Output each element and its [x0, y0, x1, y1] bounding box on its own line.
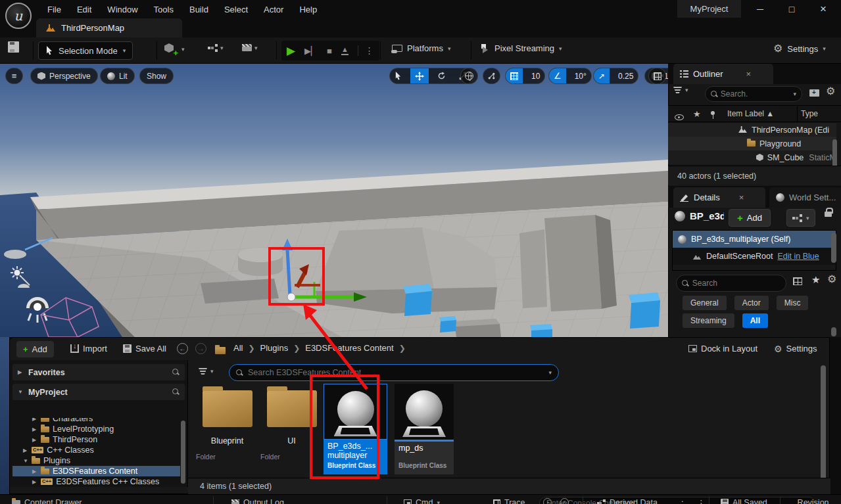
myproject-section[interactable]: ▼ MyProject	[12, 384, 185, 400]
settings-dropdown[interactable]: ⚙ Settings ▾	[773, 43, 826, 54]
breadcrumb-all[interactable]: All	[233, 343, 243, 353]
all-saved-button[interactable]: All Saved	[721, 498, 767, 504]
column-type[interactable]: Type	[801, 109, 818, 118]
breadcrumb-plugins[interactable]: Plugins	[260, 343, 289, 353]
tree-item-characters[interactable]: ▶ Characters	[12, 418, 180, 424]
rotation-snap-value[interactable]: 10°	[570, 72, 591, 81]
scale-snap-value[interactable]: 0.25	[613, 72, 638, 81]
outliner-row-sm-cube[interactable]: SM_Cube StaticM	[668, 150, 836, 164]
filter-general[interactable]: General	[683, 296, 727, 310]
selection-mode-dropdown[interactable]: Selection Mode ▾	[38, 41, 133, 60]
forward-button[interactable]: →	[195, 343, 206, 354]
platforms-dropdown[interactable]: Platforms ▾	[392, 43, 450, 53]
blueprints-dropdown[interactable]: ▾	[208, 44, 224, 52]
filter-misc[interactable]: Misc	[777, 296, 809, 310]
tree-item-e3dsfeatures-content[interactable]: ▶ E3DSFeatures Content	[12, 466, 180, 476]
status-kebab-icon[interactable]: ⋮	[697, 498, 706, 504]
menu-build[interactable]: Build	[181, 0, 216, 18]
world-space-toggle[interactable]	[460, 68, 478, 84]
play-icon[interactable]: ▶	[287, 45, 295, 57]
content-search-input[interactable]	[248, 368, 544, 377]
asset-tile-bp-e3ds-multiplayer[interactable]: BP_e3ds_... multiplayer Blueprint Class	[324, 384, 387, 474]
visibility-column-eye-icon[interactable]	[675, 114, 684, 120]
filter-all[interactable]: All	[742, 313, 768, 328]
content-filter-button[interactable]: ▾	[199, 368, 214, 375]
close-button[interactable]: ×	[813, 0, 833, 18]
filter-streaming[interactable]: Streaming	[683, 313, 734, 328]
select-tool-button[interactable]	[390, 68, 406, 83]
trace-button[interactable]: Trace	[493, 498, 525, 504]
outliner-row-playground[interactable]: Playground	[668, 137, 836, 150]
viewport[interactable]: ≡ Perspective Lit Show	[0, 64, 668, 337]
search-icon[interactable]	[172, 388, 180, 396]
rotate-tool-button[interactable]	[433, 68, 450, 83]
surface-snapping-button[interactable]	[483, 68, 500, 84]
perspective-dropdown[interactable]: Perspective	[30, 68, 98, 84]
menu-file[interactable]: File	[39, 0, 69, 18]
outliner-settings-gear-icon[interactable]: ⚙	[826, 86, 835, 97]
maximize-button[interactable]: □	[782, 0, 802, 18]
details-search-input[interactable]	[692, 279, 781, 288]
pixel-streaming-dropdown[interactable]: Pixel Streaming ▾	[481, 43, 562, 53]
tree-item-levelprototyping[interactable]: ▶ LevelPrototyping	[12, 424, 180, 434]
outliner-scrollbar[interactable]	[832, 139, 837, 168]
close-icon[interactable]: ×	[739, 193, 744, 202]
derived-data-button[interactable]: Derived Data	[597, 498, 658, 504]
content-settings-button[interactable]: ⚙ Settings	[774, 344, 817, 354]
back-button[interactable]: ←	[177, 343, 188, 354]
move-tool-button[interactable]	[410, 68, 429, 83]
save-all-button[interactable]: Save All	[123, 344, 166, 354]
close-icon[interactable]: ×	[746, 69, 752, 79]
component-row-scene-root[interactable]: DefaultSceneRoot Edit in Blue	[673, 248, 836, 265]
asset-tile-mp-ds[interactable]: mp_ds Blueprint Class	[395, 384, 454, 474]
tab-thirdpersonmap[interactable]: ThirdPersonMap	[36, 18, 182, 37]
pin-column-icon[interactable]	[710, 111, 715, 119]
outliner-search[interactable]: ▾	[705, 86, 802, 102]
menu-help[interactable]: Help	[291, 0, 325, 18]
component-tree-scrollbar[interactable]	[831, 233, 836, 263]
outliner-search-input[interactable]	[721, 89, 790, 99]
viewport-options-button[interactable]: ≡	[5, 68, 23, 84]
favorites-star-icon[interactable]: ★	[811, 274, 820, 286]
stop-icon[interactable]: ■	[327, 46, 332, 56]
component-row-self[interactable]: BP_e3ds_multiplayer (Self)	[673, 231, 836, 248]
menu-tools[interactable]: Tools	[146, 0, 181, 18]
grid-snap-control[interactable]: 10	[505, 68, 545, 84]
add-folder-button[interactable]: +	[809, 87, 819, 99]
outliner-filter-button[interactable]: ▾	[673, 87, 688, 93]
insights-session-icon[interactable]: ◔	[543, 498, 552, 504]
menu-select[interactable]: Select	[216, 0, 256, 18]
menu-actor[interactable]: Actor	[256, 0, 291, 18]
lit-dropdown[interactable]: Lit	[100, 68, 135, 84]
edit-in-blueprint-link[interactable]: Edit in Blue	[777, 252, 819, 261]
blueprint-edit-dropdown[interactable]: ▾	[786, 209, 815, 227]
play-options-kebab-icon[interactable]: ⋮	[358, 45, 374, 56]
save-current-level-button[interactable]	[8, 41, 19, 55]
grid-snap-value[interactable]: 10	[527, 72, 544, 81]
favorite-column-star-icon[interactable]: ★	[693, 109, 701, 119]
display-options-button[interactable]	[793, 276, 802, 288]
tab-details[interactable]: Details ×	[673, 187, 765, 208]
add-component-button[interactable]: + Add	[729, 209, 771, 227]
menu-window[interactable]: Window	[99, 0, 145, 18]
breadcrumb-e3ds[interactable]: E3DSFeatures Content	[305, 343, 393, 353]
outliner-row-map[interactable]: ThirdPersonMap (Edi	[668, 123, 836, 137]
scale-snap-control[interactable]: ↗ 0.25	[593, 68, 638, 84]
tab-outliner[interactable]: Outliner ×	[673, 64, 773, 84]
asset-tile-blueprint-folder[interactable]: Blueprint Folder	[196, 386, 258, 461]
rotation-snap-control[interactable]: ∠ 10°	[548, 68, 592, 84]
viewport-layout-button[interactable]	[648, 68, 666, 84]
content-search[interactable]: ▾	[229, 364, 559, 381]
cinematics-dropdown[interactable]: ▾	[242, 44, 258, 51]
asset-tile-ui-folder[interactable]: UI Folder	[260, 386, 323, 461]
add-actor-dropdown[interactable]: + ▾	[164, 43, 185, 55]
tree-item-plugins[interactable]: ▼ Plugins	[12, 455, 180, 466]
favorites-section[interactable]: ▶ Favorites	[12, 364, 185, 380]
content-add-button[interactable]: + Add	[16, 341, 54, 357]
import-button[interactable]: Import	[70, 344, 107, 354]
minimize-button[interactable]: ─	[750, 0, 770, 18]
tree-item-e3dsfeatures-cpp[interactable]: ▶C++ E3DSFeatures C++ Classes	[12, 476, 180, 487]
tree-scrollbar[interactable]	[181, 421, 185, 484]
menu-edit[interactable]: Edit	[69, 0, 99, 18]
insights-timer-icon[interactable]: ◷	[560, 498, 569, 504]
